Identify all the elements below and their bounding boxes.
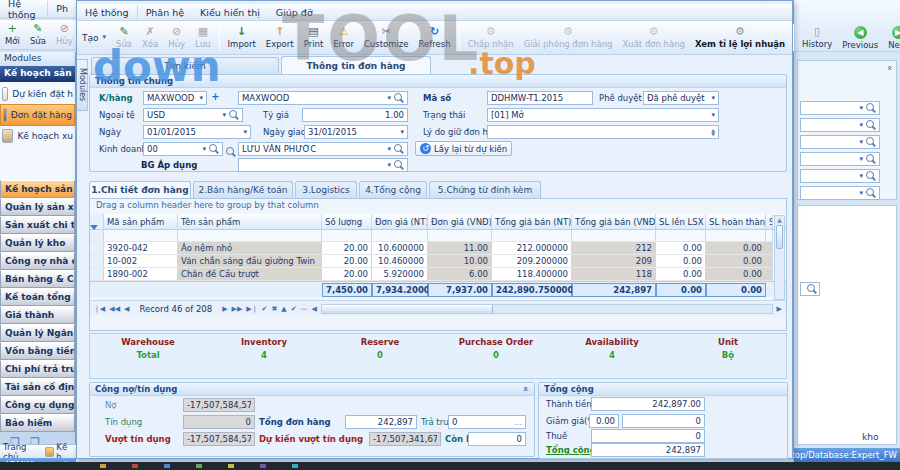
export-order-button[interactable]: ⚙Xuất đơn hàng bbox=[617, 21, 690, 54]
nav-cancel-button[interactable]: ✖ bbox=[271, 305, 277, 313]
nav-prev-page-button[interactable]: ◀◀ bbox=[109, 305, 120, 313]
search-icon[interactable] bbox=[209, 144, 219, 154]
rate-input[interactable]: 1.00 bbox=[302, 108, 408, 122]
hscroll-left-icon[interactable]: ◀ bbox=[312, 305, 317, 313]
taskbar[interactable] bbox=[0, 462, 900, 470]
scroll-up-icon[interactable]: ▲ bbox=[775, 216, 784, 223]
bg-combo-1[interactable]: ▾ bbox=[800, 101, 880, 115]
group-button-7[interactable]: Giá thành bbox=[0, 306, 75, 324]
next-button[interactable]: ▶Next bbox=[883, 21, 900, 54]
customize-button[interactable]: ✂Customize bbox=[359, 21, 414, 54]
bg-combo-2[interactable]: ▾ bbox=[800, 118, 880, 132]
scroll-thumb[interactable] bbox=[776, 225, 783, 249]
collapse-chevron-icon[interactable]: « bbox=[885, 65, 895, 71]
menu-giup-do[interactable]: Giúp đỡ bbox=[268, 5, 321, 20]
sidebar-item-du-kien[interactable]: Dự kiến đặt h bbox=[0, 84, 75, 104]
tab-ban-hang-ke-toan[interactable]: 2.Bán hàng/Kế toán bbox=[193, 181, 293, 198]
col-header[interactable]: Số lượng bbox=[322, 214, 372, 229]
ellipsis-button[interactable]: … bbox=[514, 418, 522, 427]
tab-tim-kiem[interactable]: Tìm kiếm bbox=[91, 57, 279, 74]
search-icon[interactable] bbox=[866, 120, 876, 130]
bg-edit-button[interactable]: ✎Sửa bbox=[25, 20, 51, 49]
col-header[interactable]: Đơn giá (NT) bbox=[372, 214, 428, 229]
approve-combo[interactable]: Đã phê duyệt▾ bbox=[643, 91, 719, 105]
release-order-button[interactable]: ⚙Giải phóng đơn hàng bbox=[519, 21, 618, 54]
col-header[interactable]: SL lên LSX bbox=[656, 214, 706, 229]
menu-he-thong[interactable]: Hệ thống bbox=[77, 5, 137, 20]
print-button[interactable]: ▤Print bbox=[299, 21, 329, 54]
sales-name-combo[interactable]: LƯU VĂN PHƯỚC▾ bbox=[238, 142, 408, 156]
nav-first-button[interactable]: ❘◀ bbox=[94, 305, 105, 313]
tab-chung-tu[interactable]: 5.Chứng từ đính kèm bbox=[429, 181, 541, 198]
search-icon[interactable] bbox=[866, 188, 876, 198]
col-header[interactable]: Tổng giá bán (NT) bbox=[492, 214, 572, 229]
search-icon[interactable] bbox=[394, 93, 404, 103]
amount-value[interactable]: 242,897.00 bbox=[591, 397, 705, 411]
history-button[interactable]: ▯History bbox=[797, 21, 837, 54]
tab-chi-tiet[interactable]: 1.Chi tiết đơn hàng bbox=[89, 181, 191, 198]
menu-phan-he[interactable]: Phân hệ bbox=[137, 5, 192, 20]
bg-right-search-box[interactable] bbox=[800, 282, 820, 296]
hscroll-thumb[interactable] bbox=[322, 305, 493, 313]
sidebar-item-don-dat-hang[interactable]: Đơn đặt hàng bbox=[0, 104, 75, 126]
nav-post-button[interactable]: ✔ bbox=[262, 305, 268, 313]
tax-value[interactable]: 0 bbox=[591, 429, 705, 443]
create-button[interactable]: Tạo▾ bbox=[77, 21, 111, 54]
import-button[interactable]: ↓Import bbox=[223, 21, 261, 54]
refresh-button[interactable]: ↻Refresh bbox=[414, 21, 456, 54]
nav-append-button[interactable]: ▲ bbox=[281, 305, 286, 313]
add-customer-button[interactable]: + bbox=[210, 91, 221, 105]
nav-next-page-button[interactable]: ▶▶ bbox=[232, 305, 243, 313]
delete-button[interactable]: ✗Xóa bbox=[137, 21, 163, 54]
search-icon[interactable] bbox=[229, 110, 239, 120]
group-by-hint[interactable]: Drag a column header here to group by th… bbox=[90, 199, 786, 214]
date-input[interactable]: 01/01/2015▾ bbox=[143, 125, 251, 139]
spinner-icon[interactable]: ▲▼ bbox=[711, 128, 715, 136]
col-header[interactable]: Đơn giá (VNĐ) bbox=[428, 214, 492, 229]
tab-tong-cong[interactable]: 4.Tổng cộng bbox=[359, 181, 427, 198]
nav-next-button[interactable]: ▶ bbox=[222, 305, 227, 313]
group-button-6[interactable]: Kế toán tổng hợp bbox=[0, 288, 75, 306]
bg-new-button[interactable]: +Mới bbox=[0, 20, 25, 49]
nav-last-button[interactable]: ▶❘ bbox=[246, 305, 257, 313]
col-header[interactable]: Mã sản phẩm bbox=[104, 214, 178, 229]
search-icon[interactable] bbox=[866, 171, 876, 181]
bg-apply-combo[interactable]: ▾ bbox=[238, 158, 408, 172]
cancel-button[interactable]: ⊘Hủy bbox=[163, 21, 190, 54]
bg-combo-5[interactable]: ▾ bbox=[800, 169, 880, 183]
discount-value[interactable]: 0 bbox=[622, 414, 705, 428]
bg-menu-he-thong[interactable]: Hệ thống bbox=[0, 0, 47, 22]
group-button-11[interactable]: Tài sản cố định bbox=[0, 378, 75, 396]
search-icon[interactable] bbox=[866, 137, 876, 147]
table-row[interactable]: 10-002 Ván chắn sáng đầu giường Twin 20.… bbox=[90, 255, 786, 268]
sales-code-combo[interactable]: 00▾ bbox=[143, 142, 223, 156]
group-button-5[interactable]: Bán hàng & Công bbox=[0, 270, 75, 288]
nav-edit-button[interactable]: ✔ bbox=[291, 305, 297, 313]
group-button-12[interactable]: Công cụ dụng cụ bbox=[0, 396, 75, 414]
deliver-date-input[interactable]: 31/01/2015▾ bbox=[304, 125, 408, 139]
requery-button[interactable]: ↺ Lấy lại từ dự kiến bbox=[415, 141, 512, 156]
search-icon[interactable] bbox=[866, 103, 876, 113]
search-icon[interactable] bbox=[866, 154, 876, 164]
table-row[interactable]: 1890-002 Chân đế Cầu trượt 20.00 5.92000… bbox=[90, 268, 786, 281]
grand-total-value[interactable]: 242,897 bbox=[591, 443, 705, 457]
tab-thong-tin-don-hang[interactable]: Thông tin đơn hàng bbox=[281, 56, 431, 74]
nav-prev-button[interactable]: ◀ bbox=[124, 305, 129, 313]
save-button[interactable]: ▦Lưu bbox=[190, 21, 216, 54]
col-header[interactable]: Tổng giá bán (VNĐ) bbox=[572, 214, 656, 229]
sidebar-item-ke-hoach-xuat[interactable]: Kế hoạch xu bbox=[0, 126, 75, 146]
remain-value[interactable]: 0 bbox=[468, 432, 526, 446]
bg-combo-6[interactable]: ▾ bbox=[800, 186, 880, 200]
group-button-2[interactable]: Sản xuất chi tiết bbox=[0, 216, 75, 234]
grid-vscrollbar[interactable]: ▲ bbox=[774, 215, 785, 300]
customer-name-combo[interactable]: MAXWOOD▾ bbox=[238, 91, 408, 105]
nav-delete-button[interactable]: — bbox=[301, 305, 308, 313]
hold-reason-input[interactable]: ▲▼ bbox=[487, 125, 719, 139]
edit-button[interactable]: ✎Sửa bbox=[111, 21, 137, 54]
prepaid-value[interactable]: 0… bbox=[448, 415, 526, 429]
col-header[interactable]: SL hoàn thành bbox=[706, 214, 766, 229]
group-button-4[interactable]: Công nợ nhà cun bbox=[0, 252, 75, 270]
grid-hscrollbar[interactable] bbox=[321, 304, 773, 314]
col-header[interactable]: Tên sản phẩm bbox=[178, 214, 322, 229]
group-button-10[interactable]: Chi phí trả trước bbox=[0, 360, 75, 378]
